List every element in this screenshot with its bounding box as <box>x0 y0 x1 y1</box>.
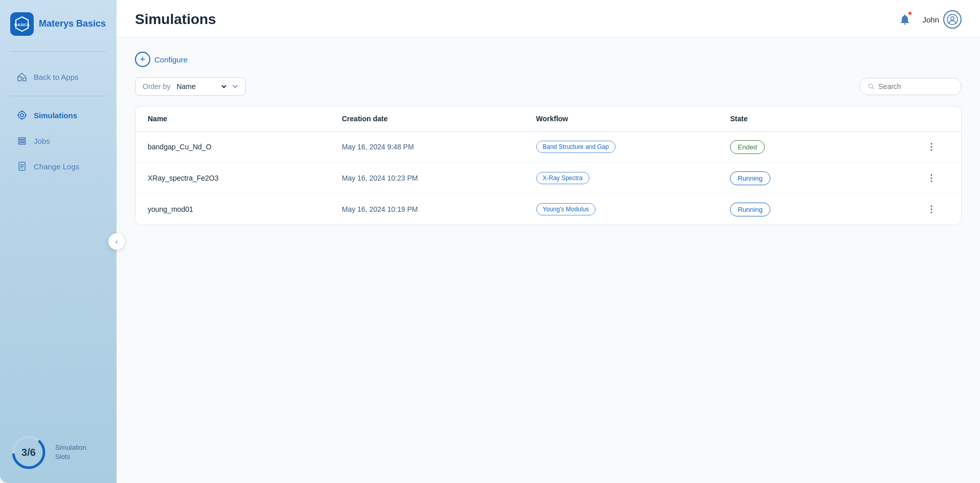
slots-circle: 3/6 <box>10 434 47 471</box>
sidebar: BASICS Materys Basics Back to Apps <box>0 0 117 483</box>
configure-button[interactable]: + Configure <box>135 52 962 67</box>
row-2-date: May 16, 2024 10:23 PM <box>342 174 536 182</box>
workflow-badge: Young's Modulus <box>536 203 596 215</box>
sidebar-item-simulations[interactable]: Simulations <box>4 103 112 127</box>
row-3-name: young_mod01 <box>148 205 342 213</box>
chevron-down-icon <box>232 83 238 90</box>
svg-rect-2 <box>18 77 21 81</box>
notification-dot <box>908 11 912 15</box>
header: Simulations John <box>117 0 980 37</box>
row-1-date: May 16, 2024 9:48 PM <box>342 143 536 151</box>
main-content: Simulations John <box>117 0 980 483</box>
col-state: State <box>730 115 924 123</box>
order-by-select[interactable]: Name Creation date State <box>174 82 228 91</box>
content-area: + Configure Order by Name Creation date … <box>117 37 980 483</box>
sidebar-collapse-button[interactable]: ‹ <box>108 233 125 250</box>
state-badge: Ended <box>730 140 765 154</box>
table-row: bandgap_Cu_Nd_O May 16, 2024 9:48 PM Ban… <box>135 131 961 163</box>
svg-point-4 <box>18 112 26 119</box>
svg-rect-6 <box>18 138 26 139</box>
row-3-menu-button[interactable] <box>924 202 939 216</box>
search-box[interactable] <box>859 78 962 95</box>
page-title: Simulations <box>135 11 216 28</box>
svg-text:BASICS: BASICS <box>14 23 30 27</box>
svg-point-13 <box>951 17 954 20</box>
svg-point-19 <box>931 178 932 179</box>
col-name: Name <box>148 115 342 123</box>
row-1-menu-button[interactable] <box>924 140 939 154</box>
configure-icon: + <box>135 52 150 67</box>
row-2-name: XRay_spectra_Fe2O3 <box>148 174 342 182</box>
row-2-menu-button[interactable] <box>924 171 939 185</box>
sidebar-logo: BASICS Materys Basics <box>0 0 117 46</box>
sidebar-item-changelogs[interactable]: Change Logs <box>4 155 112 178</box>
state-badge: Running <box>730 171 770 185</box>
row-3-date: May 16, 2024 10:19 PM <box>342 205 536 213</box>
configure-label: Configure <box>154 55 188 64</box>
order-by-label: Order by <box>143 82 170 91</box>
sidebar-nav: Back to Apps Simulations Jobs <box>0 57 117 186</box>
user-name: John <box>922 15 939 24</box>
row-1-state: Ended <box>730 140 924 154</box>
nav-divider <box>10 96 106 96</box>
simulations-icon <box>16 109 28 121</box>
simulations-label: Simulations <box>34 111 77 120</box>
slots-number: 3/6 <box>21 447 36 458</box>
svg-point-23 <box>931 212 932 213</box>
slots-label: SimulationSlots <box>55 443 86 462</box>
svg-point-16 <box>931 146 932 148</box>
svg-point-18 <box>931 174 932 176</box>
app-name: Materys Basics <box>39 18 106 30</box>
svg-point-20 <box>931 181 932 182</box>
order-by-control[interactable]: Order by Name Creation date State <box>135 77 246 96</box>
col-actions <box>924 115 949 123</box>
row-3-workflow: Young's Modulus <box>536 203 731 215</box>
row-1-name: bandgap_Cu_Nd_O <box>148 143 342 151</box>
svg-point-21 <box>931 206 932 207</box>
row-3-state: Running <box>730 203 924 216</box>
simulation-slots: 3/6 SimulationSlots <box>0 422 117 483</box>
header-right: John <box>896 10 962 29</box>
row-2-state: Running <box>730 171 924 185</box>
workflow-badge: Band Structure and Gap <box>536 141 616 153</box>
changelogs-label: Change Logs <box>34 162 79 171</box>
sidebar-divider <box>10 51 106 52</box>
row-2-workflow: X-Ray Spectra <box>536 172 731 184</box>
col-workflow: Workflow <box>536 115 731 123</box>
home-icon <box>16 71 28 82</box>
search-icon <box>868 83 874 90</box>
workflow-badge: X-Ray Spectra <box>536 172 589 184</box>
jobs-icon <box>16 135 28 146</box>
user-avatar <box>943 10 962 29</box>
col-date: Creation date <box>342 115 536 123</box>
search-input[interactable] <box>878 82 953 91</box>
sidebar-item-back[interactable]: Back to Apps <box>4 65 112 89</box>
notification-button[interactable] <box>896 10 914 29</box>
logo-icon: BASICS <box>10 12 34 36</box>
row-1-workflow: Band Structure and Gap <box>536 141 731 153</box>
svg-rect-8 <box>18 143 26 144</box>
table-row: young_mod01 May 16, 2024 10:19 PM Young'… <box>135 194 961 225</box>
table-header: Name Creation date Workflow State <box>135 106 961 131</box>
svg-rect-3 <box>23 78 26 81</box>
toolbar: Order by Name Creation date State <box>135 77 962 96</box>
svg-point-15 <box>931 143 932 145</box>
jobs-label: Jobs <box>34 137 50 145</box>
back-label: Back to Apps <box>34 73 79 81</box>
svg-point-22 <box>931 209 932 210</box>
user-info[interactable]: John <box>922 10 962 29</box>
simulations-table: Name Creation date Workflow State bandga… <box>135 106 962 225</box>
changelogs-icon <box>16 161 28 172</box>
svg-rect-7 <box>18 140 26 142</box>
sidebar-item-jobs[interactable]: Jobs <box>4 129 112 152</box>
svg-point-17 <box>931 149 932 151</box>
svg-point-5 <box>20 114 24 117</box>
table-row: XRay_spectra_Fe2O3 May 16, 2024 10:23 PM… <box>135 163 961 194</box>
state-badge: Running <box>730 203 770 216</box>
